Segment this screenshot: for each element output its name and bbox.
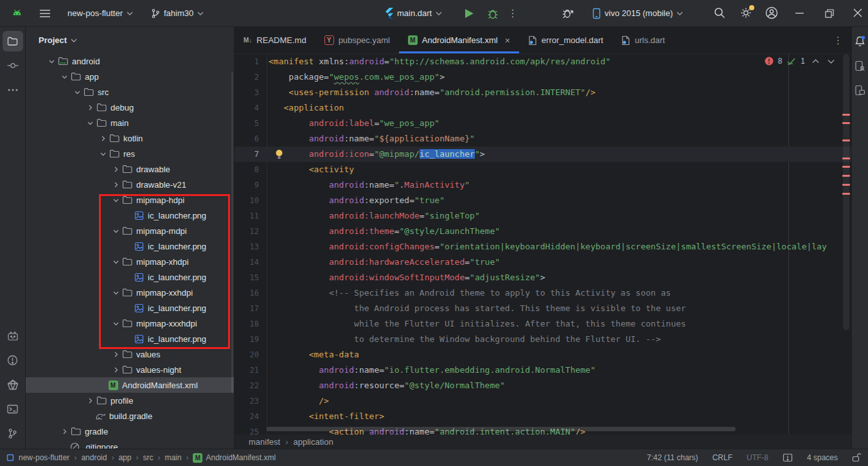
breadcrumb-item-application[interactable]: application [293, 437, 333, 447]
code-line-23[interactable]: 23 /> [235, 393, 851, 409]
status-path-item-main[interactable]: main [164, 453, 181, 462]
code-line-16[interactable]: 16 <!-- Specifies an Android theme to ap… [235, 285, 851, 301]
run-config-widget[interactable]: main.dart [384, 8, 442, 19]
error-stripe-mark[interactable] [842, 184, 850, 186]
line-ending[interactable]: CRLF [713, 453, 732, 462]
status-path-item-src[interactable]: src [143, 453, 153, 462]
write-access-lock-icon[interactable] [852, 453, 862, 462]
tree-item-gradle[interactable]: gradle [26, 424, 234, 439]
device-selector[interactable]: vivo 2015 (mobile) [592, 8, 683, 19]
chevron-right-icon[interactable] [111, 182, 120, 188]
tab-options-kebab-icon[interactable]: ⋮ [833, 35, 844, 46]
code-line-13[interactable]: 13 android:configChanges="orientation|ke… [235, 239, 851, 255]
tree-item-app[interactable]: app [26, 69, 234, 84]
attach-debugger-icon[interactable] [562, 7, 576, 20]
code-line-3[interactable]: 3 <uses-permission android:name="android… [235, 85, 851, 100]
device-manager-button[interactable] [853, 55, 868, 76]
code-line-18[interactable]: 18 while the Flutter UI initializes. Aft… [235, 316, 851, 332]
code-line-4[interactable]: 4 <application [235, 100, 851, 116]
tree-item-res[interactable]: res [26, 146, 234, 161]
status-path-item-androidmanifest-xml[interactable]: MAndroidManifest.xml [193, 453, 276, 463]
tree-item-android[interactable]: android [26, 53, 234, 69]
code-line-20[interactable]: 20 <meta-data [235, 347, 851, 363]
settings-gear-icon[interactable] [739, 6, 753, 20]
running-devices-button[interactable] [853, 80, 868, 100]
error-stripe-mark[interactable] [842, 139, 850, 141]
tree-item-androidmanifest-xml[interactable]: MAndroidManifest.xml [26, 377, 234, 393]
chevron-right-icon[interactable] [85, 398, 94, 404]
terminal-tool-button[interactable] [3, 399, 23, 419]
caret-position[interactable]: 7:42 (11 chars) [647, 453, 698, 462]
intention-bulb-icon[interactable] [275, 149, 283, 159]
code-line-7[interactable]: 7 android:icon="@mipmap/ic_launcher"> [235, 147, 851, 162]
window-maximize-button[interactable] [825, 9, 834, 18]
chevron-right-icon[interactable] [111, 367, 120, 373]
commit-tool-button[interactable] [3, 55, 23, 76]
code-line-12[interactable]: 12 android:theme="@style/LaunchTheme" [235, 224, 851, 239]
code-line-8[interactable]: 8 <activity [235, 162, 851, 177]
indent-setting[interactable]: 4 spaces [807, 453, 838, 462]
error-stripe-mark[interactable] [842, 175, 850, 177]
project-tool-button[interactable] [3, 31, 23, 51]
chevron-right-icon[interactable] [111, 352, 120, 357]
inspections-widget[interactable]: 8 1 [765, 57, 835, 66]
code-line-2[interactable]: 2 package="wepos.com.we_pos_app"> [235, 69, 851, 85]
tree-item-drawable-v21[interactable]: drawable-v21 [26, 177, 234, 192]
run-options-kebab-icon[interactable]: ⋮ [508, 7, 518, 19]
code-line-17[interactable]: 17 the Android process has started. This… [235, 301, 851, 316]
chevron-down-icon[interactable] [98, 151, 107, 157]
code-line-21[interactable]: 21 android:name="io.flutter.embedding.an… [235, 363, 851, 378]
project-widget[interactable]: new-pos-flutter [67, 8, 133, 18]
editor-tab-urls-dart[interactable]: urls.dart [612, 27, 674, 53]
editor-tab-readme-md[interactable]: M↓README.md [235, 27, 315, 53]
chevron-right-icon[interactable] [111, 166, 120, 172]
code-line-19[interactable]: 19 to determine the Window background be… [235, 332, 851, 347]
tree-item-debug[interactable]: debug [26, 100, 234, 115]
app-quality-insights-tool-button[interactable] [3, 325, 23, 346]
notifications-button[interactable] [853, 31, 868, 51]
vcs-branch-widget[interactable]: fahim30 [151, 8, 204, 19]
status-path-item-new-pos-flutter[interactable]: new-pos-flutter [19, 453, 69, 462]
prev-problem-chevron-up-icon[interactable] [812, 59, 819, 64]
chevron-right-icon[interactable] [60, 429, 69, 435]
tree-item-values-night[interactable]: values-night [26, 362, 234, 377]
code-line-14[interactable]: 14 android:hardwareAccelerated="true" [235, 255, 851, 270]
horizontal-scrollbar[interactable] [267, 427, 736, 431]
code-line-5[interactable]: 5 android:label="we_pos_app" [235, 116, 851, 131]
version-control-tool-button[interactable] [3, 423, 23, 444]
tree-item-build-gradle[interactable]: build.gradle [26, 408, 234, 424]
code-line-6[interactable]: 6 android:name="${applicationName}" [235, 131, 851, 147]
chevron-right-icon[interactable] [98, 136, 107, 141]
chevron-down-icon[interactable] [73, 89, 82, 95]
chevron-right-icon[interactable] [85, 105, 94, 111]
code-line-11[interactable]: 11 android:launchMode="singleTop" [235, 208, 851, 224]
chevron-down-icon[interactable] [60, 74, 69, 80]
project-panel-scrollbar[interactable] [231, 72, 233, 393]
tree-item-profile[interactable]: profile [26, 393, 234, 408]
error-stripe-mark[interactable] [842, 166, 850, 168]
status-path-item-app[interactable]: app [118, 453, 131, 462]
code-line-24[interactable]: 24 <intent-filter> [235, 409, 851, 424]
chevron-down-icon[interactable] [47, 58, 56, 64]
code-line-1[interactable]: 1<manifest xmlns:android="http://schemas… [235, 54, 851, 69]
debug-button[interactable] [486, 7, 499, 20]
highlighting-level-icon[interactable] [783, 453, 793, 462]
code-editor[interactable]: 1<manifest xmlns:android="http://schemas… [235, 54, 851, 435]
code-line-15[interactable]: 15 android:windowSoftInputMode="adjustRe… [235, 270, 851, 285]
error-stripe-mark[interactable] [842, 114, 850, 116]
window-minimize-button[interactable] [795, 12, 804, 14]
dart-analysis-tool-button[interactable] [3, 374, 23, 395]
tree-item--gitignore[interactable]: .gitignore [26, 439, 234, 449]
problems-tool-button[interactable] [3, 350, 23, 370]
tree-item-kotlin[interactable]: kotlin [26, 130, 234, 146]
error-stripe-mark[interactable] [842, 122, 850, 124]
code-line-9[interactable]: 9 android:name=".MainActivity" [235, 177, 851, 193]
more-tools-button[interactable] [3, 80, 23, 100]
breadcrumb-item-manifest[interactable]: manifest [249, 437, 280, 447]
error-stripe-mark[interactable] [842, 193, 850, 195]
chevron-down-icon[interactable] [85, 120, 94, 126]
tab-close-icon[interactable]: × [505, 36, 510, 45]
profile-avatar-icon[interactable] [765, 6, 779, 20]
project-panel-header[interactable]: Project [26, 27, 234, 53]
editor-tab-error-model-dart[interactable]: error_model.dart [519, 27, 612, 53]
